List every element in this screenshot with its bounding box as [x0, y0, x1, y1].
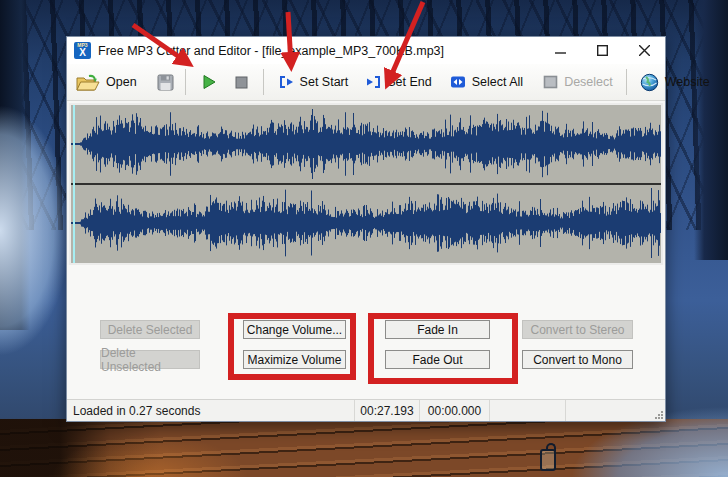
- set-start-icon: [279, 75, 294, 89]
- delete-selected-label: Delete Selected: [108, 323, 193, 337]
- app-window: MP3 X Free MP3 Cutter and Editor - [file…: [66, 36, 666, 422]
- maximize-button[interactable]: [581, 37, 623, 64]
- set-end-icon: [366, 75, 381, 89]
- app-icon-x-text: X: [79, 48, 86, 58]
- status-empty-panel: [490, 400, 566, 421]
- delete-selected-button[interactable]: Delete Selected: [100, 320, 200, 339]
- save-icon: [157, 74, 174, 91]
- fade-in-button[interactable]: Fade In: [385, 320, 490, 339]
- toolbar-separator: [626, 69, 627, 95]
- website-button[interactable]: Website: [635, 69, 715, 96]
- set-start-button[interactable]: Set Start: [274, 71, 354, 93]
- status-position-time: 00:00.000: [420, 400, 490, 421]
- stop-icon: [235, 76, 248, 89]
- minimize-icon: [555, 45, 566, 56]
- toolbar-separator: [185, 69, 186, 95]
- status-empty-panel: [566, 400, 665, 421]
- select-all-label: Select All: [472, 75, 523, 89]
- delete-unselected-label: Delete Unselected: [101, 346, 199, 374]
- set-end-button[interactable]: Set End: [361, 71, 436, 93]
- change-volume-button[interactable]: Change Volume...: [243, 320, 346, 339]
- set-start-label: Set Start: [300, 75, 349, 89]
- waveform-panel[interactable]: [69, 103, 663, 265]
- fade-out-label: Fade Out: [412, 353, 462, 367]
- delete-unselected-button[interactable]: Delete Unselected: [100, 350, 200, 369]
- convert-to-stereo-button[interactable]: Convert to Stereo: [522, 320, 633, 339]
- toolbar: Open Set Start: [67, 64, 665, 101]
- content-area: Delete Selected Delete Unselected Change…: [67, 265, 665, 399]
- resize-grip[interactable]: [654, 410, 663, 419]
- save-button[interactable]: [152, 70, 179, 95]
- set-end-label: Set End: [387, 75, 431, 89]
- select-all-button[interactable]: Select All: [445, 71, 528, 93]
- convert-to-stereo-label: Convert to Stereo: [530, 323, 624, 337]
- waveform-canvas[interactable]: [71, 105, 661, 263]
- website-label: Website: [665, 75, 710, 89]
- window-title: Free MP3 Cutter and Editor - [file_examp…: [98, 44, 444, 58]
- close-button[interactable]: [623, 37, 665, 64]
- statusbar: Loaded in 0.27 seconds 00:27.193 00:00.0…: [67, 399, 665, 421]
- deselect-icon: [543, 75, 558, 89]
- fade-in-label: Fade In: [417, 323, 458, 337]
- status-length-time: 00:27.193: [355, 400, 420, 421]
- open-label: Open: [106, 75, 137, 89]
- status-message: Loaded in 0.27 seconds: [67, 400, 355, 421]
- convert-to-mono-label: Convert to Mono: [533, 353, 622, 367]
- play-button[interactable]: [196, 70, 222, 94]
- app-icon: MP3 X: [74, 42, 91, 59]
- play-icon: [201, 74, 217, 90]
- change-volume-label: Change Volume...: [247, 323, 342, 337]
- photo-tree-trunk-right: [694, 0, 728, 260]
- open-button[interactable]: Open: [71, 69, 142, 96]
- globe-icon: [640, 73, 659, 92]
- deselect-label: Deselect: [564, 75, 613, 89]
- select-all-icon: [450, 75, 466, 89]
- close-icon: [639, 45, 650, 56]
- titlebar[interactable]: MP3 X Free MP3 Cutter and Editor - [file…: [67, 37, 665, 64]
- minimize-button[interactable]: [539, 37, 581, 64]
- maximize-icon: [597, 45, 608, 56]
- maximize-volume-label: Maximize Volume: [247, 353, 341, 367]
- fade-out-button[interactable]: Fade Out: [385, 350, 490, 369]
- maximize-volume-button[interactable]: Maximize Volume: [243, 350, 346, 369]
- toolbar-separator: [263, 69, 264, 95]
- open-folder-icon: [76, 73, 100, 92]
- deselect-button[interactable]: Deselect: [538, 71, 618, 93]
- photo-lantern: [540, 449, 556, 471]
- convert-to-mono-button[interactable]: Convert to Mono: [522, 350, 633, 369]
- stop-button[interactable]: [230, 72, 253, 93]
